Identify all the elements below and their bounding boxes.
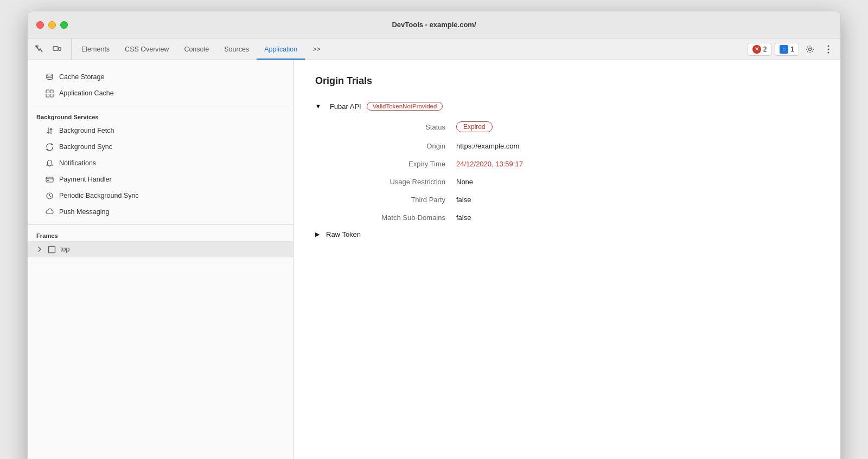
origin-value: https://example.com [456,142,819,150]
svg-rect-10 [46,94,49,97]
sidebar-item-periodic-background-sync[interactable]: Periodic Background Sync [28,188,293,204]
match-subdomains-value: false [456,214,819,222]
svg-point-3 [809,48,812,50]
traffic-lights [36,21,68,29]
chevron-down-icon[interactable]: ▼ [315,103,321,109]
tab-overflow[interactable]: >> [305,38,328,60]
usage-value: None [456,178,819,186]
background-services-section: Background Services Background Fetch [28,106,293,225]
notifications-label: Notifications [59,159,96,167]
origin-label: Origin [337,142,456,150]
expiry-label: Expiry Time [337,160,456,168]
tab-console[interactable]: Console [176,38,216,60]
content-panel: Origin Trials ▼ Fubar API ValidTokenNotP… [293,60,840,459]
expiry-value: 24/12/2020, 13:59:17 [456,160,819,168]
database-icon [45,73,54,81]
sidebar-item-top-frame[interactable]: top [28,241,293,257]
svg-point-6 [828,51,829,53]
tab-elements[interactable]: Elements [74,38,117,60]
cache-storage-label: Cache Storage [59,73,104,81]
sidebar-item-background-fetch[interactable]: Background Fetch [28,122,293,139]
svg-rect-16 [48,246,55,253]
svg-rect-11 [50,94,53,97]
info-badge: ≡ [780,45,788,54]
error-count: 2 [763,46,767,53]
api-header: ▼ Fubar API ValidTokenNotProvided [315,102,819,111]
chevron-right-icon-raw: ▶ [315,231,320,238]
devtools-window: DevTools - example.com/ Elements [27,11,841,459]
status-label: Status [337,121,456,132]
background-sync-label: Background Sync [59,143,112,151]
third-party-label: Third Party [337,196,456,204]
frames-section: Frames top [28,225,293,262]
toolbar-left-icons [32,38,72,60]
arrows-updown-icon [45,126,54,135]
sidebar-item-background-sync[interactable]: Background Sync [28,139,293,155]
svg-rect-1 [53,47,58,50]
background-fetch-label: Background Fetch [59,127,114,134]
svg-point-4 [828,45,829,47]
maximize-button[interactable] [60,21,68,29]
svg-rect-12 [46,177,53,182]
window-title: DevTools - example.com/ [392,21,476,29]
push-messaging-label: Push Messaging [59,208,109,216]
svg-point-7 [47,74,53,76]
grid-icon [45,89,54,98]
error-count-button[interactable]: ✕ 2 [748,43,772,56]
match-subdomains-label: Match Sub-Domains [337,214,456,222]
raw-token-label: Raw Token [326,230,361,238]
error-badge: ✕ [752,45,761,54]
page-title: Origin Trials [315,75,819,87]
top-frame-label: top [60,245,69,253]
more-options-button[interactable] [821,42,836,57]
settings-button[interactable] [802,42,818,57]
clock-icon [45,191,54,200]
sidebar-item-application-cache[interactable]: Application Cache [28,85,293,101]
info-count-button[interactable]: ≡ 1 [775,43,799,56]
third-party-value: false [456,196,819,204]
toolbar-right: ✕ 2 ≡ 1 [748,38,836,60]
sidebar-item-payment-handler[interactable]: Payment Handler [28,171,293,188]
application-cache-label: Application Cache [59,89,114,97]
api-section: ▼ Fubar API ValidTokenNotProvided Status… [315,102,819,238]
titlebar: DevTools - example.com/ [28,11,840,38]
raw-token-row[interactable]: ▶ Raw Token [315,230,819,238]
tab-css-overview[interactable]: CSS Overview [117,38,176,60]
sync-icon [45,143,54,151]
close-button[interactable] [36,21,44,29]
svg-rect-9 [50,90,53,93]
main-content: Cache Storage Application Cache [28,60,840,459]
minimize-button[interactable] [48,21,56,29]
usage-label: Usage Restriction [337,178,456,186]
svg-rect-14 [47,180,49,181]
bell-icon [45,159,54,167]
api-name: Fubar API [330,102,361,111]
background-services-title: Background Services [28,111,293,122]
inspect-element-button[interactable] [32,42,47,57]
detail-grid: Status Expired Origin https://example.co… [337,121,819,222]
frames-title: Frames [28,229,293,241]
tab-sources[interactable]: Sources [216,38,257,60]
toolbar: Elements CSS Overview Console Sources Ap… [28,38,840,60]
token-status-badge: ValidTokenNotProvided [367,102,443,111]
svg-rect-8 [46,90,49,93]
expired-badge: Expired [456,121,493,132]
tabs: Elements CSS Overview Console Sources Ap… [74,38,748,60]
periodic-background-sync-label: Periodic Background Sync [59,192,139,199]
svg-point-5 [828,48,829,50]
status-value: Expired [456,121,819,132]
card-icon [45,175,54,184]
tab-application[interactable]: Application [257,38,305,60]
cloud-icon [45,208,54,216]
sidebar: Cache Storage Application Cache [28,60,293,459]
frame-icon [47,245,56,254]
sidebar-item-push-messaging[interactable]: Push Messaging [28,204,293,220]
storage-section: Cache Storage Application Cache [28,64,293,106]
device-toolbar-button[interactable] [49,42,65,57]
info-count: 1 [790,46,794,53]
sidebar-item-cache-storage[interactable]: Cache Storage [28,69,293,85]
svg-rect-2 [59,48,61,50]
sidebar-item-notifications[interactable]: Notifications [28,155,293,171]
payment-handler-label: Payment Handler [59,176,112,183]
chevron-right-icon [36,246,43,253]
